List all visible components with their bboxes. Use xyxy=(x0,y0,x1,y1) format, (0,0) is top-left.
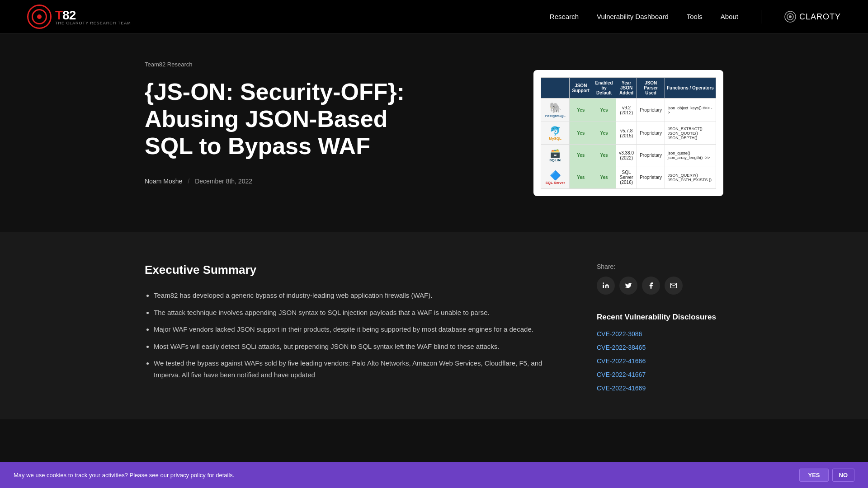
section-divider xyxy=(0,232,868,236)
share-buttons xyxy=(597,277,723,295)
share-twitter[interactable] xyxy=(619,277,637,295)
mssql-parser: Proprietary xyxy=(637,166,665,189)
cve-link-3[interactable]: CVE-2022-41666 xyxy=(597,357,646,365)
cve-link-2[interactable]: CVE-2022-38465 xyxy=(597,344,646,351)
recent-vulnerabilities-title: Recent Vulnerability Disclosures xyxy=(597,313,723,322)
claroty-logo[interactable]: CLAROTY xyxy=(784,10,841,23)
table-header-parser: JSON Parser Used xyxy=(637,78,665,99)
content-section: Executive Summary Team82 has developed a… xyxy=(118,236,750,419)
mssql-functions: JSON_QUERY() JSON_PATH_EXISTS () xyxy=(665,166,716,189)
sqlite-year: v3.38.0 (2022) xyxy=(616,145,637,166)
exec-summary-title: Executive Summary xyxy=(145,263,561,277)
hero-image: JSON Support Enabled by Default Year JSO… xyxy=(533,70,723,196)
svg-point-3 xyxy=(603,282,604,284)
cve-item[interactable]: CVE-2022-41667 xyxy=(597,371,723,379)
share-label: Share: xyxy=(597,263,723,270)
nav-research[interactable]: Research xyxy=(550,13,579,20)
sqlite-parser: Proprietary xyxy=(637,145,665,166)
postgres-json: Yes xyxy=(570,99,592,122)
breadcrumb: Team82 Research xyxy=(145,61,506,68)
cve-item[interactable]: CVE-2022-41669 xyxy=(597,384,723,392)
db-logo-sqlite: 🗃️ SQLite xyxy=(541,145,570,166)
cookie-banner: May we use cookies to track your activit… xyxy=(0,462,868,488)
claroty-icon xyxy=(784,10,797,23)
bullet-2: The attack technique involves appending … xyxy=(154,307,561,319)
cookie-yes-button[interactable]: YES xyxy=(799,469,828,482)
mssql-default: Yes xyxy=(592,166,616,189)
bullet-3: Major WAF vendors lacked JSON support in… xyxy=(154,324,561,335)
meta-separator: / xyxy=(188,178,189,185)
json-support-table: JSON Support Enabled by Default Year JSO… xyxy=(541,77,716,189)
share-linkedin[interactable] xyxy=(597,277,615,295)
bullet-4: Most WAFs will easily detect SQLi attack… xyxy=(154,341,561,352)
cve-link-4[interactable]: CVE-2022-41667 xyxy=(597,371,646,378)
cve-link-5[interactable]: CVE-2022-41669 xyxy=(597,385,646,392)
logo-subtitle: THE CLAROTY RESEARCH TEAM xyxy=(55,21,131,25)
nav-about[interactable]: About xyxy=(721,13,738,20)
mssql-json: Yes xyxy=(570,166,592,189)
navbar: T82 THE CLAROTY RESEARCH TEAM Research V… xyxy=(0,0,868,34)
cookie-no-button[interactable]: NO xyxy=(832,469,855,482)
table-header-json: JSON Support xyxy=(570,78,592,99)
table-row: 🐬 MySQL Yes Yes v5.7.8 (2015) Proprietar… xyxy=(541,122,716,145)
sidebar: Share: Recent Vulnerability Disclosures … xyxy=(597,263,723,392)
table-header-db xyxy=(541,78,570,99)
mysql-functions: JSON_EXTRACT() JSON_QUOTE() JSON_DEPTH() xyxy=(665,122,716,145)
exec-summary-list: Team82 has developed a generic bypass of… xyxy=(145,290,561,380)
table-header-year: Year JSON Added xyxy=(616,78,637,99)
cve-item[interactable]: CVE-2022-41666 xyxy=(597,357,723,365)
mysql-year: v5.7.8 (2015) xyxy=(616,122,637,145)
table-row: 🔷 SQL Server Yes Yes SQL Server (2016) P… xyxy=(541,166,716,189)
table-header-functions: Functions / Operators xyxy=(665,78,716,99)
sqlite-default: Yes xyxy=(592,145,616,166)
hero-section: Team82 Research {JS-ON: Security-OFF}: A… xyxy=(118,34,750,232)
mysql-parser: Proprietary xyxy=(637,122,665,145)
claroty-label: CLAROTY xyxy=(799,12,841,22)
sqlite-functions: json_quote() json_array_length() ->> xyxy=(665,145,716,166)
share-facebook[interactable] xyxy=(642,277,660,295)
db-logo-mysql: 🐬 MySQL xyxy=(541,122,570,145)
db-logo-mssql: 🔷 SQL Server xyxy=(541,166,570,189)
svg-point-2 xyxy=(789,15,792,18)
logo-icon xyxy=(27,5,52,29)
mysql-default: Yes xyxy=(592,122,616,145)
cve-item[interactable]: CVE-2022-38465 xyxy=(597,343,723,352)
hero-title: {JS-ON: Security-OFF}: Abusing JSON-Base… xyxy=(145,79,407,160)
postgres-parser: Proprietary xyxy=(637,99,665,122)
bullet-5: We tested the bypass against WAFs sold b… xyxy=(154,357,561,380)
cookie-text: May we use cookies to track your activit… xyxy=(14,472,786,479)
table-row: 🐘 PostgreSQL Yes Yes v9.2 (2012) Proprie… xyxy=(541,99,716,122)
table-row: 🗃️ SQLite Yes Yes v3.38.0 (2022) Proprie… xyxy=(541,145,716,166)
nav-tools[interactable]: Tools xyxy=(687,13,703,20)
nav-divider xyxy=(761,10,761,23)
hero-content: Team82 Research {JS-ON: Security-OFF}: A… xyxy=(145,61,506,185)
postgres-functions: json_object_keys() #>> -> xyxy=(665,99,716,122)
logo[interactable]: T82 THE CLAROTY RESEARCH TEAM xyxy=(27,5,131,29)
hero-meta: Noam Moshe / December 8th, 2022 xyxy=(145,178,506,185)
author: Noam Moshe xyxy=(145,178,182,185)
cve-link-1[interactable]: CVE-2022-3086 xyxy=(597,330,642,338)
postgres-year: v9.2 (2012) xyxy=(616,99,637,122)
sqlite-json: Yes xyxy=(570,145,592,166)
publish-date: December 8th, 2022 xyxy=(195,178,252,185)
nav-vuln-dashboard[interactable]: Vulnerability Dashboard xyxy=(597,13,669,20)
mysql-json: Yes xyxy=(570,122,592,145)
main-content: Executive Summary Team82 has developed a… xyxy=(145,263,561,392)
cookie-buttons: YES NO xyxy=(799,469,854,482)
cve-list: CVE-2022-3086 CVE-2022-38465 CVE-2022-41… xyxy=(597,330,723,392)
db-logo-postgres: 🐘 PostgreSQL xyxy=(541,99,570,122)
share-email[interactable] xyxy=(665,277,683,295)
bullet-1: Team82 has developed a generic bypass of… xyxy=(154,290,561,301)
table-header-default: Enabled by Default xyxy=(592,78,616,99)
postgres-default: Yes xyxy=(592,99,616,122)
mssql-year: SQL Server (2016) xyxy=(616,166,637,189)
nav-links: Research Vulnerability Dashboard Tools A… xyxy=(550,13,738,21)
cve-item[interactable]: CVE-2022-3086 xyxy=(597,330,723,338)
